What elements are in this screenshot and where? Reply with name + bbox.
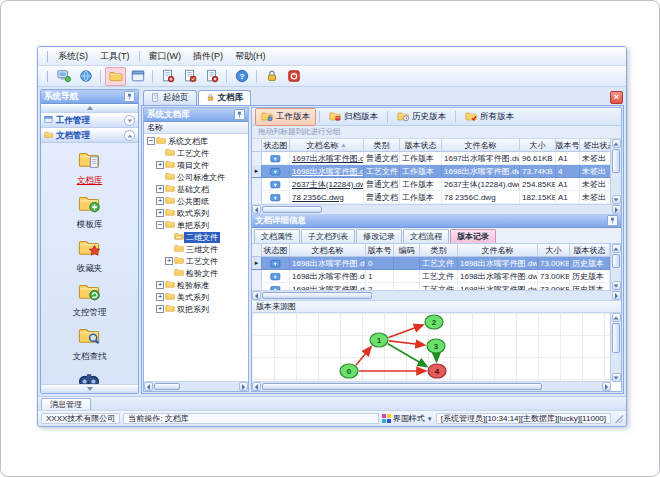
- lock-icon[interactable]: [261, 67, 282, 86]
- scrollbar-thumb[interactable]: [262, 292, 372, 299]
- tree-node-工艺文件[interactable]: 工艺文件: [144, 147, 248, 159]
- detail-tab-修改记录[interactable]: 修改记录: [356, 229, 402, 243]
- tree-node-工艺文件[interactable]: +工艺文件: [144, 255, 248, 267]
- scroll-down-button[interactable]: [612, 281, 621, 290]
- scroll-right-button[interactable]: [602, 382, 611, 391]
- scroll-up-button[interactable]: [612, 244, 621, 253]
- scrollbar-thumb[interactable]: [612, 254, 620, 268]
- tree-node-二维文件[interactable]: 二维文件: [144, 231, 248, 243]
- doc-edit-icon[interactable]: [179, 67, 200, 86]
- column-header-文件名称[interactable]: 文件名称: [442, 139, 520, 152]
- doc-delete-icon[interactable]: [201, 67, 222, 86]
- menu-item-5[interactable]: 帮助(H): [229, 49, 272, 64]
- table-row[interactable]: ▸1698出水嘴零件图.dwg0工艺文件1698出水嘴零件图.dwg73.00K…: [252, 257, 610, 270]
- collapse-icon[interactable]: −: [156, 221, 164, 229]
- column-header-版本状态[interactable]: 版本状态: [400, 139, 442, 152]
- table-row[interactable]: 2637主体(12284).dwg普通文档工作版本2637主体(12284).d…: [252, 178, 610, 191]
- tree-node-公共图纸[interactable]: +公共图纸: [144, 195, 248, 207]
- sidebar-scroll-down-button[interactable]: [41, 384, 138, 393]
- table-row[interactable]: 78 2356C.dwg普通文档工作版本78 2356C.dwg182.15KB…: [252, 191, 610, 204]
- sidebar-item-文控管理[interactable]: 文控管理: [45, 278, 134, 322]
- sidebar-item-模板库[interactable]: 模板库: [45, 190, 134, 234]
- scroll-right-button[interactable]: [239, 382, 248, 391]
- menu-item-4[interactable]: 插件(P): [187, 49, 229, 64]
- column-header-文档名称[interactable]: 文档名称▲: [290, 139, 364, 152]
- desktop-icon[interactable]: [53, 67, 74, 86]
- button-工作版本[interactable]: 工作版本: [255, 108, 316, 126]
- detail-tab-文档流程[interactable]: 文档流程: [403, 229, 449, 243]
- scroll-up-button[interactable]: [612, 313, 621, 322]
- tree-node-双把系列[interactable]: +双把系列: [144, 303, 248, 315]
- column-header-大小[interactable]: 大小: [520, 139, 556, 152]
- menu-item-1[interactable]: 系统(S): [52, 49, 94, 64]
- tree-node-检验标准[interactable]: +检验标准: [144, 279, 248, 291]
- column-header-大小[interactable]: 大小: [538, 244, 570, 257]
- scroll-down-button[interactable]: [612, 195, 621, 204]
- version-grid-hscrollbar[interactable]: [252, 290, 621, 300]
- sidebar-group-1[interactable]: 工作管理: [41, 113, 138, 128]
- graph-hscrollbar[interactable]: [252, 381, 611, 391]
- pin-icon[interactable]: [234, 109, 245, 120]
- expand-icon[interactable]: +: [156, 197, 164, 205]
- table-row[interactable]: 1698出水嘴零件图.dwg1工艺文件1698出水嘴零件图.dwg73.00KB…: [252, 270, 610, 283]
- scroll-up-button[interactable]: [612, 139, 621, 148]
- sidebar-item-文档查找[interactable]: 文档查找: [45, 322, 134, 366]
- column-header-版本号[interactable]: 版本号: [556, 139, 580, 152]
- expand-icon[interactable]: +: [156, 209, 164, 217]
- column-header-签出状态[interactable]: 签出状态: [580, 139, 610, 152]
- folder-icon[interactable]: [105, 67, 126, 86]
- group-chevron-button[interactable]: [124, 115, 135, 126]
- sidebar-scroll-up-button[interactable]: [41, 104, 138, 113]
- menu-item-2[interactable]: 工具(T): [94, 49, 136, 64]
- ui-style-dropdown[interactable]: 界面样式 ▼: [382, 413, 433, 424]
- tree-node-基础文档[interactable]: +基础文档: [144, 183, 248, 195]
- tree-node-欧式系列[interactable]: +欧式系列: [144, 207, 248, 219]
- table-row[interactable]: 1697出水嘴零件图.dwg普通文档工作版本1697出水嘴零件图.dwg96.6…: [252, 152, 610, 165]
- scroll-right-button[interactable]: [612, 291, 621, 300]
- column-header-文档名称[interactable]: 文档名称: [290, 244, 366, 257]
- tree-node-项目文件[interactable]: +项目文件: [144, 159, 248, 171]
- sidebar-item-文档库[interactable]: 文档库: [45, 146, 134, 190]
- button-所有版本[interactable]: 所有版本: [459, 108, 520, 126]
- help-icon[interactable]: ?: [231, 67, 252, 86]
- expand-icon[interactable]: +: [156, 185, 164, 193]
- menubar-grip[interactable]: [43, 51, 48, 62]
- tree-node-系统文档库[interactable]: −系统文档库: [144, 135, 248, 147]
- column-header-类别[interactable]: 类别: [364, 139, 400, 152]
- scroll-left-button[interactable]: [252, 291, 261, 300]
- menu-item-3[interactable]: 窗口(W): [143, 49, 188, 64]
- doc-add-icon[interactable]: [157, 67, 178, 86]
- pin-icon[interactable]: [607, 215, 618, 226]
- expand-icon[interactable]: +: [156, 305, 164, 313]
- version-graph[interactable]: 01234: [252, 313, 598, 387]
- tree-column-header[interactable]: 名称: [144, 122, 248, 134]
- expand-icon[interactable]: +: [156, 161, 164, 169]
- tree-node-公司标准文件[interactable]: 公司标准文件: [144, 171, 248, 183]
- scrollbar-thumb[interactable]: [612, 149, 620, 173]
- button-历史版本[interactable]: 历史版本: [391, 108, 452, 126]
- pin-icon[interactable]: [124, 91, 135, 102]
- table-row[interactable]: ▸1698出水嘴零件图.dwg工艺文件工作版本1698出水嘴零件图.dwg73.…: [252, 165, 610, 178]
- detail-tab-文档属性[interactable]: 文档属性: [254, 229, 300, 243]
- scroll-left-button[interactable]: [144, 382, 153, 391]
- sidebar-group-2[interactable]: 文档管理: [41, 128, 138, 143]
- detail-tab-版本记录[interactable]: 版本记录: [450, 229, 496, 243]
- tree-node-检验文件[interactable]: 检验文件: [144, 267, 248, 279]
- document-grid-hscrollbar[interactable]: [252, 204, 621, 214]
- scroll-right-button[interactable]: [612, 205, 621, 214]
- column-header-编码[interactable]: 编码: [394, 244, 420, 257]
- scrollbar-thumb[interactable]: [262, 206, 322, 213]
- scroll-down-button[interactable]: [612, 373, 621, 382]
- column-header-版本号[interactable]: 版本号: [366, 244, 394, 257]
- toolbar-grip[interactable]: [43, 71, 48, 82]
- scrollbar-thumb[interactable]: [262, 383, 542, 390]
- tree-node-单把系列[interactable]: −单把系列: [144, 219, 248, 231]
- expand-icon[interactable]: +: [156, 281, 164, 289]
- scrollbar-thumb[interactable]: [154, 383, 180, 390]
- graph-vscrollbar[interactable]: [610, 313, 621, 382]
- message-panel-tab[interactable]: 消息管理: [41, 398, 91, 410]
- tab-文档库[interactable]: 文档库: [198, 90, 252, 105]
- document-grid-vscrollbar[interactable]: [610, 139, 621, 204]
- scrollbar-thumb[interactable]: [612, 323, 620, 353]
- column-header-状态图[interactable]: 状态图: [262, 244, 290, 257]
